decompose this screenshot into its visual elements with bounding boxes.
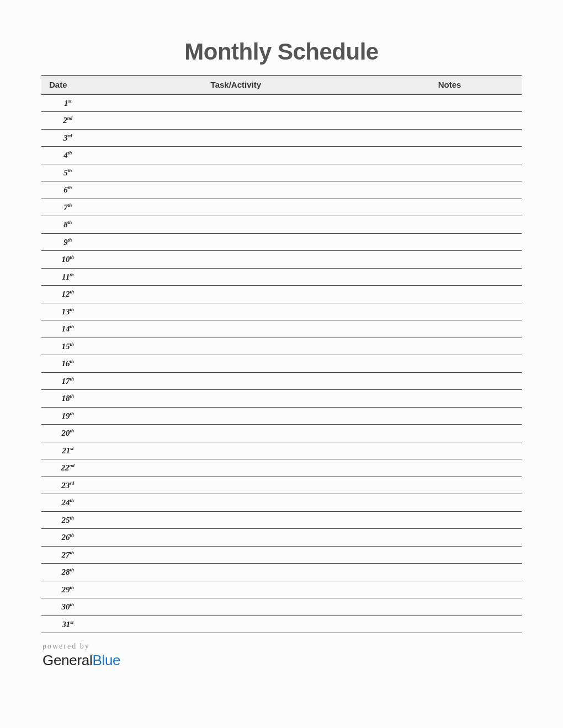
task-cell[interactable] (94, 303, 378, 320)
notes-cell[interactable] (378, 164, 522, 181)
table-row: 2nd (41, 112, 522, 130)
task-cell[interactable] (94, 598, 378, 616)
notes-cell[interactable] (378, 251, 522, 269)
date-suffix: th (70, 289, 75, 295)
table-row: 3rd (41, 129, 522, 147)
date-suffix: th (68, 185, 72, 190)
date-number: 5 (63, 168, 68, 177)
table-header: Date Task/Activity Notes (41, 76, 522, 95)
notes-cell[interactable] (378, 129, 522, 147)
task-cell[interactable] (94, 286, 378, 303)
task-cell[interactable] (94, 407, 378, 425)
notes-cell[interactable] (378, 94, 522, 112)
table-row: 13th (41, 303, 522, 320)
notes-cell[interactable] (378, 407, 522, 425)
task-cell[interactable] (94, 494, 378, 512)
task-cell[interactable] (94, 459, 378, 477)
task-cell[interactable] (94, 372, 378, 390)
notes-cell[interactable] (378, 390, 522, 408)
notes-cell[interactable] (378, 338, 522, 355)
task-cell[interactable] (94, 338, 378, 355)
date-suffix: th (70, 393, 75, 399)
task-cell[interactable] (94, 181, 378, 199)
date-number: 14 (62, 324, 70, 333)
date-suffix: nd (67, 115, 73, 121)
date-cell: 21st (41, 442, 94, 459)
notes-cell[interactable] (378, 199, 522, 216)
date-number: 15 (62, 342, 70, 351)
notes-cell[interactable] (378, 442, 522, 459)
task-cell[interactable] (94, 164, 378, 181)
date-number: 18 (62, 394, 70, 403)
date-number: 27 (62, 550, 70, 559)
notes-cell[interactable] (378, 286, 522, 303)
notes-cell[interactable] (378, 598, 522, 616)
task-cell[interactable] (94, 216, 378, 234)
date-number: 26 (62, 533, 70, 542)
task-cell[interactable] (94, 129, 378, 147)
table-row: 11th (41, 268, 522, 286)
task-cell[interactable] (94, 529, 378, 547)
task-cell[interactable] (94, 546, 378, 564)
notes-cell[interactable] (378, 233, 522, 251)
task-cell[interactable] (94, 564, 378, 581)
task-cell[interactable] (94, 581, 378, 598)
date-cell: 13th (41, 303, 94, 320)
date-number: 22 (61, 463, 70, 472)
date-cell: 2nd (41, 112, 94, 130)
notes-cell[interactable] (378, 268, 522, 286)
col-header-notes: Notes (378, 76, 522, 95)
task-cell[interactable] (94, 390, 378, 408)
task-cell[interactable] (94, 199, 378, 216)
task-cell[interactable] (94, 355, 378, 373)
date-suffix: st (70, 619, 73, 625)
notes-cell[interactable] (378, 546, 522, 564)
task-cell[interactable] (94, 112, 378, 130)
date-cell: 20th (41, 425, 94, 442)
notes-cell[interactable] (378, 459, 522, 477)
notes-cell[interactable] (378, 564, 522, 581)
notes-cell[interactable] (378, 320, 522, 338)
notes-cell[interactable] (378, 581, 522, 598)
notes-cell[interactable] (378, 372, 522, 390)
brand-part1: General (43, 652, 92, 668)
date-suffix: th (70, 411, 75, 416)
notes-cell[interactable] (378, 355, 522, 373)
table-row: 1st (41, 94, 522, 112)
task-cell[interactable] (94, 268, 378, 286)
notes-cell[interactable] (378, 112, 522, 130)
date-suffix: th (70, 602, 75, 607)
task-cell[interactable] (94, 320, 378, 338)
date-suffix: th (68, 168, 72, 173)
notes-cell[interactable] (378, 147, 522, 164)
task-cell[interactable] (94, 251, 378, 269)
task-cell[interactable] (94, 425, 378, 442)
notes-cell[interactable] (378, 425, 522, 442)
task-cell[interactable] (94, 442, 378, 459)
notes-cell[interactable] (378, 494, 522, 512)
notes-cell[interactable] (378, 477, 522, 494)
date-number: 2 (63, 116, 67, 125)
task-cell[interactable] (94, 147, 378, 164)
date-suffix: th (68, 150, 72, 156)
date-number: 3 (63, 133, 68, 142)
date-cell: 26th (41, 529, 94, 547)
task-cell[interactable] (94, 94, 378, 112)
notes-cell[interactable] (378, 216, 522, 234)
notes-cell[interactable] (378, 615, 522, 633)
date-suffix: th (70, 515, 75, 521)
date-cell: 29th (41, 581, 94, 598)
notes-cell[interactable] (378, 529, 522, 547)
notes-cell[interactable] (378, 303, 522, 320)
date-cell: 19th (41, 407, 94, 425)
notes-cell[interactable] (378, 181, 522, 199)
date-suffix: th (70, 272, 74, 277)
date-suffix: nd (70, 463, 75, 468)
notes-cell[interactable] (378, 511, 522, 529)
task-cell[interactable] (94, 511, 378, 529)
date-number: 20 (62, 429, 70, 437)
date-suffix: th (68, 237, 72, 243)
task-cell[interactable] (94, 233, 378, 251)
task-cell[interactable] (94, 477, 378, 494)
task-cell[interactable] (94, 615, 378, 633)
